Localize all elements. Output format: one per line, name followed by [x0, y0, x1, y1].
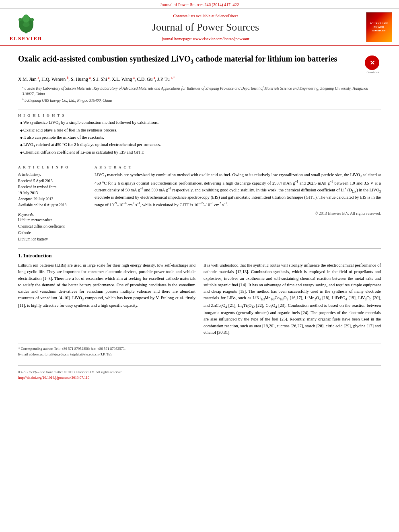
highlight-item: Oxalic acid plays a role of fuel in the …: [20, 127, 381, 134]
svg-point-7: [31, 18, 34, 21]
divider-body: [18, 248, 381, 249]
abstract-text: LiVO3 materials are synthesized by combu…: [95, 172, 381, 208]
highlights-list: We synthesize LiVO3 by a simple combusti…: [18, 120, 381, 155]
article-info-col: A R T I C L E I N F O Article history: R…: [18, 165, 86, 242]
highlight-item: LiVO3 calcined at 450 °C for 2 h display…: [20, 142, 381, 148]
keywords-list: Lithium metavanadate Chemical diffusion …: [18, 217, 86, 243]
elsevier-logo: ELSEVIER: [10, 12, 43, 42]
highlight-item: We synthesize LiVO3 by a simple combusti…: [20, 120, 381, 126]
article-title-section: Oxalic acid-assisted combustion synthesi…: [18, 53, 381, 72]
received-date: Received 5 April 2013: [18, 178, 86, 184]
elsevier-label: ELSEVIER: [10, 35, 43, 42]
footer-doi[interactable]: http://dx.doi.org/10.1016/j.jpowsour.201…: [18, 375, 381, 380]
elsevier-branding: ELSEVIER: [0, 9, 52, 45]
journal-thumb-area: JOURNAL OFPOWERSOURCES: [359, 9, 399, 45]
article-info-content: Article history: Received 5 April 2013 R…: [18, 172, 86, 208]
crossmark-label: CrossMark: [365, 71, 381, 74]
journal-thumb-text: JOURNAL OFPOWERSOURCES: [370, 22, 388, 33]
intro-p2: It is well understood that the synthetic…: [204, 262, 381, 336]
intro-col-right: It is well understood that the synthetic…: [204, 262, 381, 339]
science-direct-link-text[interactable]: ScienceDirect: [215, 14, 238, 18]
journal-thumbnail: JOURNAL OFPOWERSOURCES: [366, 12, 392, 42]
abstract-label: A B S T R A C T: [95, 165, 381, 169]
highlight-item: Chemical diffusion coefficient of Li-ion…: [20, 150, 381, 156]
available-date: Available online 6 August 2013: [18, 202, 86, 208]
introduction-heading: 1. Introduction: [18, 253, 381, 259]
highlights-section: H I G H L I G H T S We synthesize LiVO3 …: [18, 113, 381, 155]
email-addresses: E-mail addresses: tujp@zju.edu.cn, tujpl…: [18, 351, 381, 357]
revised-date: Received in revised form19 July 2013: [18, 184, 86, 196]
history-label: Article history:: [18, 172, 86, 178]
keywords-section: Keywords: Lithium metavanadate Chemical …: [18, 213, 86, 243]
journal-header-center: Contents lists available at ScienceDirec…: [52, 9, 359, 45]
accepted-date: Accepted 29 July 2013: [18, 196, 86, 202]
copyright-line: © 2013 Elsevier B.V. All rights reserved…: [95, 211, 381, 216]
affiliations: a a State Key Laboratory of Silicon Mate…: [18, 85, 381, 103]
svg-point-6: [19, 18, 22, 21]
homepage-link[interactable]: www.elsevier.com/locate/jpowsour: [193, 37, 249, 41]
journal-citation: Journal of Power Sources 246 (2014) 417–…: [160, 2, 239, 7]
abstract-col: A B S T R A C T LiVO3 materials are synt…: [95, 165, 381, 242]
highlight-item: It also can promote the mixture of the r…: [20, 135, 381, 141]
info-abstract-section: A R T I C L E I N F O Article history: R…: [18, 165, 381, 242]
journal-header: ELSEVIER Contents lists available at Sci…: [0, 9, 399, 46]
introduction-columns: Lithium ion batteries (LIBs) are used in…: [18, 262, 381, 339]
highlights-label: H I G H L I G H T S: [18, 113, 381, 117]
science-direct-line: Contents lists available at ScienceDirec…: [173, 14, 238, 18]
divider-article-info: [18, 161, 381, 161]
article-content: Oxalic acid-assisted combustion synthesi…: [0, 46, 399, 389]
footnote-section: * Corresponding author. Tel.: +86 571 87…: [18, 343, 381, 357]
keywords-label: Keywords:: [18, 213, 86, 217]
journal-homepage: journal homepage: www.elsevier.com/locat…: [162, 37, 249, 41]
introduction-section: 1. Introduction Lithium ion batteries (L…: [18, 253, 381, 339]
article-info-label: A R T I C L E I N F O: [18, 165, 86, 169]
page: Journal of Power Sources 246 (2014) 417–…: [0, 0, 399, 532]
authors-line: X.M. Jian a, H.Q. Wenren b, S. Huang a, …: [18, 76, 381, 83]
corresponding-author: * Corresponding author. Tel.: +86 571 87…: [18, 346, 381, 351]
journal-title: Journal of Power Sources: [152, 21, 259, 33]
footer-issn: 0378-7753/$ – see front matter © 2013 El…: [18, 369, 381, 375]
intro-col-left: Lithium ion batteries (LIBs) are used in…: [18, 262, 195, 339]
elsevier-tree-icon: [14, 12, 38, 35]
article-title: Oxalic acid-assisted combustion synthesi…: [18, 53, 365, 66]
intro-p1: Lithium ion batteries (LIBs) are used in…: [18, 262, 195, 309]
page-footer: 0378-7753/$ – see front matter © 2013 El…: [18, 366, 381, 381]
journal-top-bar: Journal of Power Sources 246 (2014) 417–…: [0, 0, 399, 9]
crossmark-icon[interactable]: [365, 55, 379, 70]
svg-point-3: [23, 14, 29, 23]
crossmark-badge[interactable]: CrossMark: [365, 55, 381, 72]
divider-highlights: [18, 109, 381, 109]
